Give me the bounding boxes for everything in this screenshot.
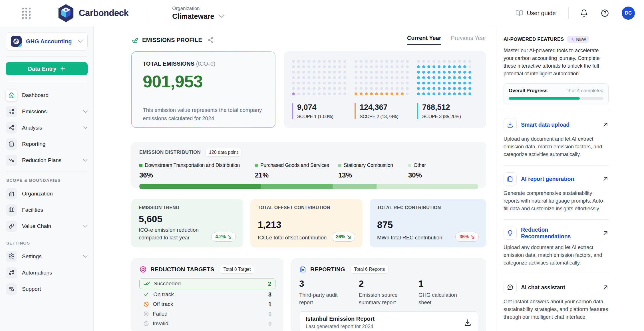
notifications-bell-icon[interactable] <box>580 9 588 17</box>
matrix-dot <box>458 82 461 84</box>
matrix-dot <box>396 92 399 95</box>
sidebar-item-reduction-plans[interactable]: Reduction Plans <box>6 152 88 168</box>
help-icon[interactable] <box>601 9 609 17</box>
data-entry-button[interactable]: Data Entry <box>6 62 88 75</box>
matrix-dot <box>438 92 440 95</box>
matrix-dot <box>360 82 363 84</box>
feature-desc: Generate comprehensive sustainability re… <box>504 189 609 213</box>
rec-contribution-card: TOTAL REC CONTRIBUTION 875 MWh total REC… <box>370 199 486 247</box>
feature-title: AI chat assistant <box>521 284 598 291</box>
feature-ai-report-generation[interactable]: AI report generation Generate comprehens… <box>504 172 609 213</box>
target-label: Succeeded <box>154 280 268 287</box>
target-row-failed[interactable]: Failed 0 <box>139 309 275 319</box>
avatar[interactable]: DC <box>622 7 635 20</box>
scope3-dot-grid <box>417 60 471 95</box>
target-row-succeeded[interactable]: Succeeded 2 <box>139 278 275 289</box>
matrix-dot <box>370 92 373 95</box>
feature-smart-data-upload[interactable]: Smart data upload Upload any document an… <box>504 118 609 158</box>
user-guide-button[interactable]: User guide <box>515 9 556 17</box>
section-label-settings: SETTINGS <box>6 241 87 245</box>
lightbulb-icon <box>504 227 517 240</box>
distribution-title: EMISSION DISTRIBUTION <box>139 150 201 155</box>
brand-logo[interactable]: Carbondeck <box>58 4 128 22</box>
download-icon[interactable] <box>464 319 472 326</box>
matrix-dot <box>443 76 446 79</box>
sidebar-item-label: Facilities <box>22 207 88 213</box>
total-emissions-card: TOTAL EMISSIONS (tCO₂e) 901,953 This emi… <box>131 51 275 128</box>
matrix-dot <box>453 82 456 84</box>
matrix-dot <box>448 82 451 84</box>
link-icon <box>6 221 17 232</box>
arrow-up-right-icon <box>602 284 609 290</box>
legend-swatch <box>338 164 341 167</box>
legend-percent: 30% <box>408 171 465 179</box>
matrix-dot <box>380 82 383 84</box>
matrix-dot <box>422 60 425 63</box>
upload-icon <box>504 118 517 131</box>
target-label: On track <box>153 291 268 298</box>
sidebar-item-support[interactable]: Support <box>6 281 88 297</box>
matrix-dot <box>318 65 321 68</box>
matrix-dot <box>448 87 451 90</box>
sidebar-item-emissions[interactable]: Emissions <box>6 103 88 120</box>
feature-title: AI report generation <box>521 176 598 182</box>
data-entry-label: Data Entry <box>28 66 56 72</box>
sidebar-item-organization[interactable]: Organization <box>6 185 88 202</box>
sidebar-item-dashboard[interactable]: Dashboard <box>6 87 88 103</box>
sidebar-item-label: Settings <box>22 253 78 260</box>
matrix-dot <box>427 65 430 68</box>
matrix-dot <box>302 60 305 63</box>
sidebar-item-facilities[interactable]: Facilities <box>6 202 88 218</box>
sidebar-item-reporting[interactable]: Reporting <box>6 136 88 152</box>
matrix-dot <box>338 87 341 90</box>
feature-reduction-recommendations[interactable]: Reduction Recommendations Upload any doc… <box>504 227 609 267</box>
matrix-dot <box>427 76 430 79</box>
matrix-dot <box>432 92 435 95</box>
feature-desc: Get instant answers about your carbon da… <box>504 298 609 321</box>
matrix-dot <box>391 71 393 74</box>
matrix-dot <box>401 60 404 63</box>
sidebar-item-settings[interactable]: Settings <box>6 248 88 265</box>
target-row-on-track[interactable]: On track 3 <box>139 290 275 299</box>
target-row-invalid[interactable]: Invalid 0 <box>139 319 275 328</box>
matrix-dot <box>438 87 440 90</box>
matrix-dot <box>453 76 456 79</box>
matrix-dot <box>328 60 331 63</box>
scope1-dot-grid <box>292 60 346 95</box>
matrix-dot <box>448 71 451 74</box>
matrix-dot <box>338 76 341 79</box>
tab-previous-year[interactable]: Previous Year <box>451 35 486 45</box>
matrix-dot <box>468 92 471 95</box>
legend-item: Stationary Combustion 13% <box>338 162 408 179</box>
sidebar-item-automations[interactable]: Automations <box>6 265 88 281</box>
ai-panel-title: AI-POWERED FEATURES <box>504 37 564 42</box>
feature-ai-chat-assistant[interactable]: AI chat assistant Get instant answers ab… <box>504 281 609 321</box>
tab-current-year[interactable]: Current Year <box>407 35 441 45</box>
matrix-dot <box>355 82 357 84</box>
check-icon <box>143 292 150 297</box>
matrix-dot <box>307 82 310 84</box>
sidebar-item-value-chain[interactable]: Value Chain <box>6 218 88 234</box>
share-icon[interactable] <box>207 37 214 43</box>
matrix-dot <box>365 82 368 84</box>
matrix-dot <box>463 65 466 68</box>
arrow-down-right-icon <box>471 235 474 239</box>
header-divider <box>568 7 569 19</box>
org-switcher[interactable]: Organization Climateware <box>172 6 224 21</box>
matrix-dot <box>380 60 383 63</box>
matrix-dot <box>302 71 305 74</box>
ban-icon <box>143 301 149 307</box>
latest-report-row[interactable]: Istanbul Emission Report Last generated … <box>299 311 478 331</box>
matrix-dot <box>328 82 331 84</box>
matrix-dot <box>343 76 346 79</box>
arrow-up-right-icon <box>602 122 609 128</box>
matrix-dot <box>355 65 357 68</box>
matrix-dot <box>432 60 435 63</box>
sidebar-item-analysis[interactable]: Analysis <box>6 120 88 136</box>
scope2-dot-grid <box>355 60 409 95</box>
module-switcher[interactable]: GHG Accounting <box>6 32 88 51</box>
book-open-icon <box>515 9 523 17</box>
scope2-value: 124,367 <box>360 103 409 112</box>
app-launcher-icon[interactable] <box>21 7 31 19</box>
target-row-off-track[interactable]: Off track 1 <box>139 299 275 309</box>
